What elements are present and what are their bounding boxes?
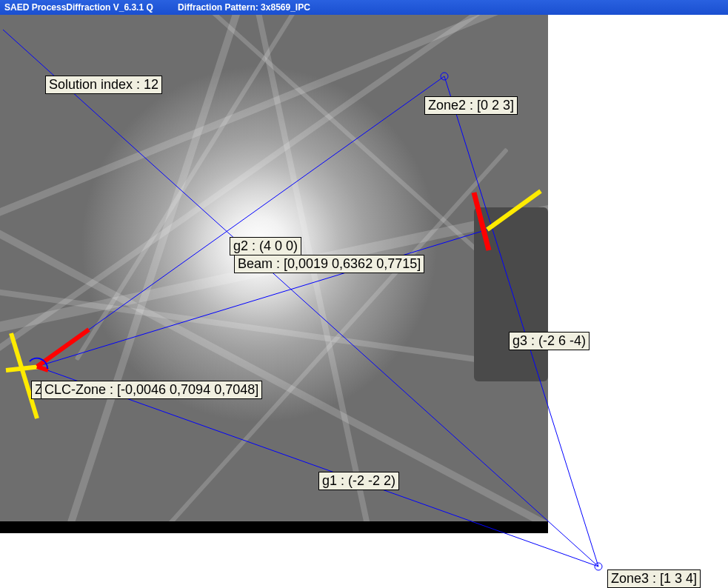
window-titlebar: SAED ProcessDiffraction V_6.3.1 Q Diffra…: [0, 0, 728, 15]
solution-index-label: Solution index : 12: [45, 76, 162, 94]
g2-label: g2 : (4 0 0): [230, 237, 301, 255]
svg-point-6: [595, 563, 602, 570]
diffraction-canvas[interactable]: Solution index : 12 Zone2 : [0 2 3] g2 :…: [0, 15, 728, 588]
clc-zone-label: CLC-Zone : [-0,0046 0,7094 0,7048]: [41, 381, 262, 399]
app-title: SAED ProcessDiffraction V_6.3.1 Q: [4, 2, 153, 13]
doc-label: Diffraction Pattern:: [178, 2, 261, 13]
g3-label: g3 : (-2 6 -4): [509, 332, 590, 350]
beam-stop: [474, 207, 548, 381]
zone3-label: Zone3 : [1 3 4]: [607, 569, 701, 588]
beam-label: Beam : [0,0019 0,6362 0,7715]: [234, 255, 424, 273]
zone2-label: Zone2 : [0 2 3]: [424, 96, 518, 115]
image-bottom-border: [0, 521, 548, 533]
doc-name: 3x8569_IPC: [261, 2, 310, 13]
g1-label: g1 : (-2 -2 2): [318, 472, 399, 490]
title-spacer: [153, 2, 178, 13]
